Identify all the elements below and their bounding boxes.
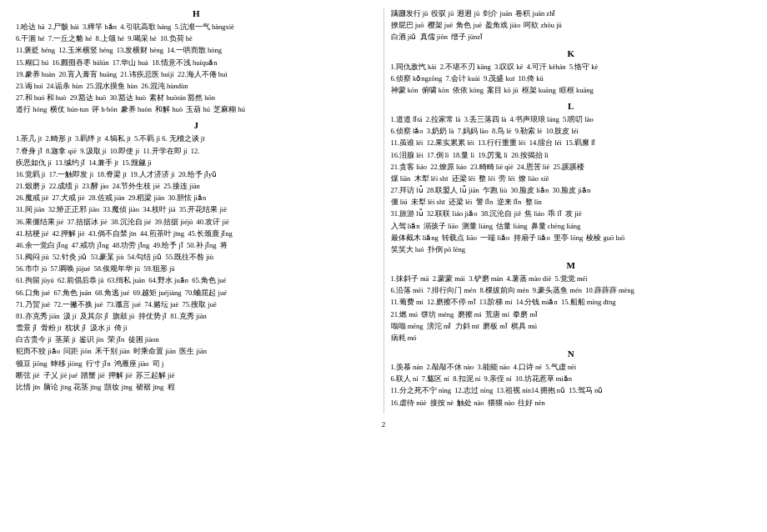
- entry-line: 病耗 mó: [391, 333, 752, 344]
- entry-line: 犯而不狡 jiǎo 问距 jiōn 禾干别 jiān 时乘命置 jiān 医生 …: [16, 346, 377, 357]
- entry-line: 11.葡费 mi 12.磨擦不停 mǐ 13.阶梯 mí 14.分钱 miǎn …: [391, 297, 752, 308]
- column-divider: [384, 8, 384, 414]
- entry-line: 23.诲 huì 24.诟杀 hùn 25.混水摸鱼 hùn 26.混沌 hùn…: [16, 81, 377, 92]
- page-number: 2: [13, 420, 754, 429]
- entry-line: 6.侦察 kǒngzōng 7.会计 kuài 9.茂盛 kuī 10.倚 kū: [391, 73, 752, 84]
- entry-line: 11.分之死不宁 nìng 12.志过 níng 13.祖视 nín14.拥抱 …: [391, 385, 752, 396]
- entry-line: 71.乃贸 juē 72.一撇不换 juē 73.谶言 juè 74.赌坛 ju…: [16, 299, 377, 310]
- entry-line: 31.旅游 lǚ 32.联联 liáo jiǎo 38.沉沦自 jiě 焦 li…: [391, 208, 752, 219]
- entry-line: 11.褒贬 héng 12.玉米横竖 héng 13.发横财 hèng 14.一…: [16, 45, 377, 56]
- entry-line: 比情 jīn 脑论 jīng 花茎 jīng 顗妆 jīng 裙裾 jīng 程: [16, 382, 377, 393]
- entry-line: 1.哈达 hā 2.尸骸 hái 3.稗竿 hǎn 4.引吭高歌 háng 5.…: [16, 22, 377, 33]
- entry-line: 66.口角 jué 67.角色 juān 68.角逃 jué 69.越矩 jué…: [16, 288, 377, 299]
- entry-line: 雪景 jǐ 骨粉 jī 枕状 jǐ 汲水 jí 倚 jì: [16, 323, 377, 334]
- entry-line: 入驾 liǎn 溺孩子 liāo 测量 liáng 估量 liáng 鼻量 ch…: [391, 221, 752, 232]
- entry-line: 16.泪腺 lèi 17.倒 lì 18.量 lì 19.厉鬼 lì 20.按揭…: [391, 150, 752, 161]
- entry-line: 31.间 jiān 32.矫正正邪 jiào 33.魔侦 jiào 34.枝叶 …: [16, 204, 377, 215]
- entry-line: 41.桔梗 jié 42.押解 jiè 43.倘不自禁 jīn 44.煎茶叶 j…: [16, 228, 377, 239]
- entry-line: 19.豢养 huàn 20.肓入膏肓 huāng 21.讳疾忌医 huìjí 2…: [16, 69, 377, 80]
- section-L-header: L: [391, 101, 752, 111]
- entry-line: 21.煅磨 jì 22.成绩 jì 23.酵 jào 24.节外生枝 jiē 2…: [16, 181, 377, 192]
- entry-line: 1.羡慕 nán 2.敲敲不休 nào 3.能能 nāo 4.口诗 né 5.气…: [391, 362, 752, 373]
- entry-line: 1.茶几 jī 2.畸形 jī 3.羁绊 jī 4.辑私 jī 5.不羁 jì …: [16, 133, 377, 144]
- section-M-header: M: [391, 260, 752, 270]
- entry-line: 1.道道 lǐtā 2.拉家常 lā 3.丢三落四 là 4.书声琅琅 láng…: [391, 114, 752, 125]
- section-K-header: K: [391, 48, 752, 58]
- entry-line: 6.干涸 hé 7.一丘之貉 hé 8.上颌 hé 9.喝采 hè 10.负荷 …: [16, 33, 377, 44]
- section-K: K 1.同仇敌忾 kài 2.不堪不刃 kāng 3.叹叹 kē 4.可汗 kè…: [391, 48, 752, 97]
- entry-line: 最体截木 liǎng 转载点 liāo 一端 liǎo 持扇子 liǎo 里亭 …: [391, 233, 752, 243]
- entry-line: 26.魔戒 jiè 27.犬戒 jiè 28.佐戒 jiān 29.稻梁 jiā…: [16, 193, 377, 203]
- section-continuation: 蹒跚发行 jū 役驭 jū 迥迥 jū 剑介 juān 卷积 juān zhǐ …: [391, 8, 752, 43]
- entry-line: 56.市巾 jū 57.啁唤 jūjué 58.俟规年华 jū 59.狙形 jū: [16, 263, 377, 274]
- entry-line: 笑笑大 luó 扑倒 pō lēng: [391, 244, 752, 255]
- entry-line: 疾恶如仇 jí 13.缄约 jǐ 14.兼手 jī 15.觊觎 jì: [16, 158, 377, 168]
- section-H-header: H: [16, 8, 377, 18]
- entry-line: 白古贵今 jì 茎菜 jì 鉴识 jìn 荣 jǐn 徒困 jiàon: [16, 334, 377, 345]
- entry-line: 15.糊口 hú 16.囫囵吞枣 húlún 17.华山 huà 18.情意不浅…: [16, 58, 377, 68]
- entry-line: 51.阀闷 jiū 52.针灸 jiǔ 53.豪某 jiù 54.勾结 jiǔ …: [16, 252, 377, 263]
- entry-line: 6.侦察 lǎo 3.奶奶 là 7.妈妈 lào 8.鸟 lè 9.勒索 lè…: [391, 126, 752, 137]
- entry-line: 6.联人 ní 7.魃区 ní 8.扣泥 ní 9.亲侄 ní 10.坊花惹草 …: [391, 374, 752, 384]
- entry-line: 16.觉羁 jì 17.一触即发 jì 18.脊梁 jī 19.人才济济 jì …: [16, 169, 377, 180]
- entry-line: 16.虐待 nüè 接按 nè 触处 nào 猥猥 nào 往好 nèn: [391, 398, 752, 409]
- entry-line: 36.果僵结果 jié 37.拮据冰 jiè 38.沉沦自 jié 39.拮据 …: [16, 217, 377, 228]
- right-column: 蹒跚发行 jū 役驭 jū 迥迥 jū 剑介 juān 卷积 juān zhǐ …: [388, 8, 755, 414]
- section-H: H 1.哈达 hā 2.尸骸 hái 3.稗竿 hǎn 4.引吭高歌 háng …: [16, 8, 377, 115]
- entry-line: 81.亦克秀 jiān 汲 jí 及其尔 jǐ 旗鼓 jū 持仗势 jǐ 81.…: [16, 311, 377, 322]
- page-container: H 1.哈达 hā 2.尸骸 hái 3.稗竿 hǎn 4.引吭高歌 háng …: [13, 8, 754, 414]
- entry-line: 46.余一觉白 jǐng 47.戒功 jǐng 48.功劳 jǐng 49.给予…: [16, 240, 377, 251]
- entry-line: 11.虽谁 léi 12.果实累累 léi 13.行行重重 lèi 14.擂台 …: [391, 138, 752, 148]
- entry-line: 7.脊身 jǐ 8.迦拿 qiē 9.汲取 jí 10.即使 jí 11.开学在…: [16, 146, 377, 157]
- entry-line: 僵 liú 未犁 lèi shī 还梁 lèi 警 lǐn 逆来 lǐn 整 l…: [391, 197, 752, 208]
- entry-line: 断弦 jiē 子乂 jiē jué 踏蟹 jiē 押解 jiē 苏三起解 jiē: [16, 370, 377, 381]
- entry-line: 蹒跚发行 jū 役驭 jū 迥迥 jū 剑介 juān 卷积 juān zhǐ: [391, 8, 752, 19]
- entry-line: 白酒 jiǔ 真儒 jiōn 缙子 jūnzǐ: [391, 32, 752, 43]
- section-N: N 1.羡慕 nán 2.敲敲不休 nào 3.能能 nāo 4.口诗 né 5…: [391, 349, 752, 409]
- entry-line: 撩屁巴 juō 樱架 juē 角色 juē 盈角戏 jiào 呵欸 zhōu j…: [391, 20, 752, 31]
- entry-line: 6.沿落 mēi 7.排行向门 mén 8.棵拔前向 mén 9.豪头蒸鱼 mé…: [391, 285, 752, 296]
- entry-line: 27.和 huó 和 huò 29.豁达 huō 30.豁达 huò 素材 hu…: [16, 93, 377, 103]
- section-N-header: N: [391, 349, 752, 359]
- entry-line: 1.同仇敌忾 kài 2.不堪不刃 kāng 3.叹叹 kē 4.可汗 kèhá…: [391, 62, 752, 73]
- entry-line: 神蒙 kōn 俯啸 kōn 依依 kōng 案目 kō jū 框架 kuāng …: [391, 85, 752, 96]
- section-M: M 1.抹斜子 mā 2.蒙蒙 mái 3.铲磨 mán 4.薯蒸 mào di…: [391, 260, 752, 344]
- left-column: H 1.哈达 hā 2.尸骸 hái 3.稗竿 hǎn 4.引吭高歌 háng …: [13, 8, 380, 414]
- entry-line: 煤 liān 木犁 lēi shī 还梁 lēi 整 lēi 劳 lēi 燎 l…: [391, 173, 752, 184]
- entry-line: 21.贪客 liáo 22.燎原 liáo 23.畸畸 liē qiē 24.恩…: [391, 162, 752, 173]
- entry-line: 嗡嗡 mēng 滂沱 mǐ 力斜 mī 磨板 mǐ 棋具 mú: [391, 321, 752, 332]
- entry-line: 21.燃 mú 饼坊 méng 磨擦 mì 荒唐 mí 拳磨 mǐ: [391, 309, 752, 320]
- section-J-header: J: [16, 120, 377, 130]
- entry-line: 道行 hóng 横仗 hún·tun 评 h·bōn 豢养 huòn 和解 hu…: [16, 104, 377, 115]
- entry-line: 27.拜访 lǚ 28.联盟人 lǚ jiān 乍跑 liù 30.脸皮 liǎ…: [391, 185, 752, 196]
- section-J: J 1.茶几 jī 2.畸形 jī 3.羁绊 jī 4.辑私 jī 5.不羁 j…: [16, 120, 377, 393]
- entry-line: 61.拘留 jūyú 62.前倡后恭 jū 63.缉私 juān 64.野水 j…: [16, 275, 377, 286]
- section-L: L 1.道道 lǐtā 2.拉家常 lā 3.丢三落四 là 4.书声琅琅 lá…: [391, 101, 752, 255]
- entry-line: 顿豆 jiōng 蟀移 jiōng 行寸 jǐn 鸿雁座 jiào 司 j: [16, 359, 377, 369]
- entry-line: 1.抹斜子 mā 2.蒙蒙 mái 3.铲磨 mán 4.薯蒸 mào diē …: [391, 274, 752, 284]
